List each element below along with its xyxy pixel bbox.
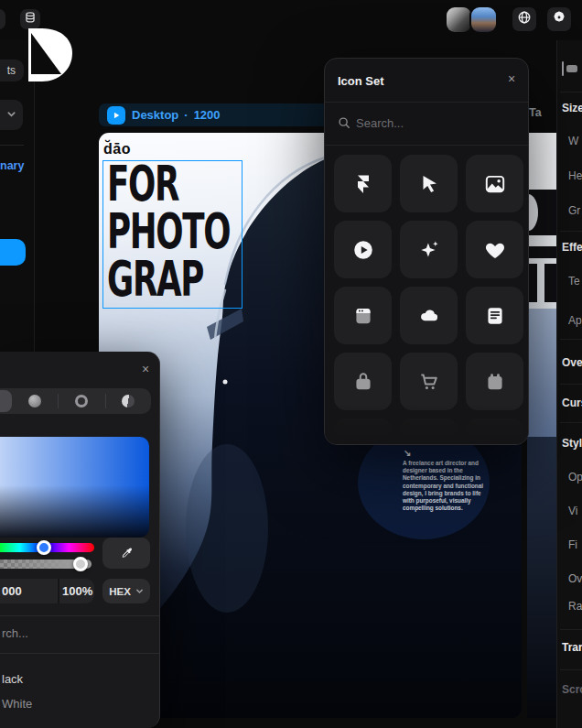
icon-grid <box>334 155 523 445</box>
saturation-brightness-area[interactable] <box>0 437 149 538</box>
avatar[interactable] <box>471 7 496 32</box>
play-icon <box>112 111 121 120</box>
section-style: Style <box>562 437 582 450</box>
prop-opacity[interactable]: Op <box>568 471 582 484</box>
search-input[interactable]: Search... <box>356 116 404 130</box>
globe-icon <box>517 10 532 28</box>
heart-icon <box>483 238 507 262</box>
icon-tile-cursor[interactable] <box>400 155 458 212</box>
panel-tab-button[interactable]: ts <box>0 60 24 81</box>
avatar[interactable] <box>447 7 471 32</box>
prop-radius[interactable]: Ra <box>568 600 582 613</box>
icon-tile-calendar[interactable] <box>466 353 523 410</box>
hue-slider-handle[interactable] <box>37 540 51 555</box>
gear-icon <box>552 10 566 28</box>
document-text-icon <box>483 304 507 328</box>
eyedropper-button[interactable] <box>102 538 150 569</box>
segment-gradient-icon[interactable] <box>28 395 41 407</box>
selection-outline[interactable] <box>102 160 242 309</box>
icon-tile-browser-window[interactable] <box>334 287 392 344</box>
prop-appear[interactable]: Ap <box>568 314 582 327</box>
panel-title: Icon Set <box>338 74 384 88</box>
panel-tab-label: ts <box>7 64 16 77</box>
database-icon <box>24 11 37 27</box>
color-picker-panel: × 000 100% HEX <box>0 352 160 728</box>
canvas-frame-secondary[interactable] <box>527 133 556 718</box>
icon-tile-framer-logo[interactable] <box>334 155 392 212</box>
category-dropdown[interactable] <box>0 100 23 130</box>
prop-visible[interactable]: Vi <box>568 505 577 517</box>
icon-tile-shopping-bag[interactable] <box>334 353 392 410</box>
apps-icon-button[interactable] <box>0 9 5 29</box>
framer-logo-icon <box>352 173 374 195</box>
section-size: Size <box>562 102 582 114</box>
eyedropper-icon <box>120 547 134 560</box>
selected-nav-item[interactable]: nary <box>0 159 24 172</box>
divider <box>560 669 582 670</box>
divider <box>560 92 582 92</box>
swatch-search-input[interactable]: rch... <box>2 626 28 640</box>
divider <box>325 145 528 146</box>
icon-tile-partial[interactable] <box>400 418 458 445</box>
cloud-icon <box>417 304 441 328</box>
segment-divider <box>105 394 106 408</box>
preview-play-button[interactable] <box>107 106 125 125</box>
shopping-cart-icon <box>417 370 441 394</box>
breadcrumb-size: 1200 <box>194 108 221 122</box>
frame2-letters <box>527 190 556 309</box>
hex-value[interactable]: 000 <box>2 584 22 598</box>
segment-half-icon[interactable] <box>122 395 135 407</box>
settings-button[interactable] <box>547 7 571 31</box>
divider <box>0 653 160 654</box>
icon-tile-sparkles[interactable] <box>400 221 458 278</box>
frame2-photo-dark <box>527 437 556 718</box>
divider <box>560 629 582 630</box>
segment-ring-icon[interactable] <box>75 395 88 407</box>
icon-tile-image[interactable] <box>466 155 523 212</box>
swatch-item-black[interactable]: lack <box>2 672 23 686</box>
divider <box>0 145 24 146</box>
alpha-value[interactable]: 100% <box>62 584 92 598</box>
icon-tile-cloud[interactable] <box>400 287 458 344</box>
brand-logo-d <box>28 28 72 85</box>
app-window: ts nary Desktop · 1200 d̆āo FORPHOTOGRAP <box>0 0 582 728</box>
arrow-glyph: ↘ <box>404 448 411 458</box>
primary-action-button[interactable] <box>0 239 26 266</box>
frame2-breadcrumb[interactable]: Ta <box>529 106 542 119</box>
icon-tile-partial[interactable] <box>334 418 392 445</box>
format-dropdown[interactable]: HEX <box>102 579 150 603</box>
prop-height[interactable]: He <box>568 169 582 182</box>
field-cursor-icon <box>561 60 579 81</box>
segment-divider <box>58 394 59 408</box>
swatch-item-white[interactable]: White <box>2 697 32 711</box>
prop-fill[interactable]: Fi <box>568 538 577 551</box>
image-icon <box>483 172 507 196</box>
color-value-field[interactable]: 000 100% <box>0 579 94 603</box>
section-effects: Effec <box>562 241 582 254</box>
prop-overlay[interactable]: Ov <box>568 572 582 585</box>
divider <box>560 384 582 385</box>
close-icon[interactable]: × <box>508 72 515 85</box>
prop-grow[interactable]: Gr <box>568 204 580 217</box>
segment-selected[interactable] <box>0 390 12 412</box>
close-icon[interactable]: × <box>142 363 149 375</box>
poster-paragraph: A freelance art director and designer ba… <box>403 460 491 512</box>
icon-tile-document[interactable] <box>466 287 523 344</box>
shopping-bag-icon <box>351 370 375 394</box>
prop-text[interactable]: Te <box>568 275 580 288</box>
icon-tile-partial[interactable] <box>466 418 523 445</box>
format-label: HEX <box>109 586 131 597</box>
icon-tile-heart[interactable] <box>466 221 523 278</box>
search-icon <box>338 116 350 133</box>
icon-tile-play[interactable] <box>334 221 392 278</box>
globe-button[interactable] <box>512 7 536 31</box>
calendar-icon <box>483 370 507 394</box>
prop-width[interactable]: W <box>568 135 578 147</box>
fill-type-segmented[interactable] <box>0 388 151 414</box>
alpha-slider-handle[interactable] <box>73 557 88 571</box>
icon-tile-shopping-cart[interactable] <box>400 353 458 410</box>
divider <box>560 422 582 423</box>
cursor-icon <box>418 173 440 195</box>
section-transition: Tran <box>562 641 582 654</box>
database-button[interactable] <box>20 9 40 29</box>
